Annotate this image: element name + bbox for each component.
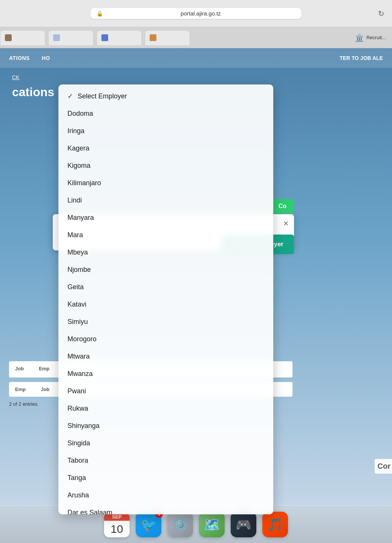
- dropdown-item-label: Arusha: [67, 491, 89, 499]
- dropdown-item-select-employer[interactable]: ✓ Select Employer: [58, 87, 273, 105]
- tab-4-favicon: [150, 34, 156, 41]
- gear-icon: ⚙️: [172, 517, 188, 532]
- recruiter-icon: 🏛️: [355, 33, 364, 42]
- dropdown-item-manyara[interactable]: Manyara: [58, 209, 273, 226]
- dropdown-item-kilimanjaro[interactable]: Kilimanjaro: [58, 174, 273, 192]
- address-bar[interactable]: 🔒 portal.ajira.go.tz: [90, 8, 302, 19]
- back-section: CK: [0, 68, 392, 82]
- tab-bar-right: 🏛️ Recruit...: [355, 33, 392, 42]
- nav-item-applications[interactable]: ATIONS: [9, 55, 30, 61]
- dropdown-item-kigoma[interactable]: Kigoma: [58, 157, 273, 174]
- dropdown-item-label: Lindi: [67, 196, 82, 204]
- dropdown-item-label: Mwanza: [67, 370, 93, 378]
- dropdown-item-label: Manyara: [67, 214, 94, 222]
- job-label-3: Job: [41, 387, 49, 392]
- dropdown-item-label: Mbeya: [67, 248, 88, 256]
- dropdown-item-label: Mtwara: [67, 353, 90, 360]
- tab-1-favicon: [5, 34, 12, 41]
- emp-label-1: Emp: [39, 366, 49, 371]
- dropdown-item-shinyanga[interactable]: Shinyanga: [58, 417, 273, 434]
- map-icon: 🗺️: [204, 517, 220, 532]
- twitter-bird-icon: 🐦: [141, 517, 156, 532]
- dropdown-item-rukwa[interactable]: Rukwa: [58, 400, 273, 417]
- dropdown-item-label: Pwani: [67, 387, 86, 395]
- employer-dropdown[interactable]: ✓ Select Employer Dodoma Iringa Kagera K…: [58, 84, 273, 514]
- calendar-day: 10: [110, 522, 123, 536]
- dropdown-item-mbeya[interactable]: Mbeya: [58, 244, 273, 261]
- tab-3-favicon: [101, 34, 108, 41]
- dropdown-item-label: Kigoma: [67, 162, 90, 170]
- browser-bar: 🔒 portal.ajira.go.tz ↻: [0, 0, 392, 27]
- modal-close-button[interactable]: ✕: [283, 219, 289, 228]
- dropdown-item-label: Rukwa: [67, 405, 88, 413]
- recruiter-label: Recruit...: [366, 35, 386, 40]
- music-icon: 🎵: [267, 517, 283, 532]
- dock-game-icon[interactable]: 🎮: [231, 512, 256, 537]
- dropdown-item-label: Tabora: [67, 457, 88, 465]
- emp-label-2: Emp: [15, 387, 26, 392]
- tab-2[interactable]: [48, 30, 93, 45]
- dropdown-item-lindi[interactable]: Lindi: [58, 192, 273, 209]
- dropdown-item-mwanza[interactable]: Mwanza: [58, 365, 273, 382]
- dock-twitter-icon[interactable]: 🐦 1: [136, 512, 161, 537]
- dropdown-item-dar-es-salaam[interactable]: Dar es Salaam: [58, 504, 273, 514]
- dropdown-item-label: Select Employer: [78, 92, 127, 100]
- dropdown-item-label: Dodoma: [67, 110, 93, 118]
- dropdown-item-label: Simiyu: [67, 318, 88, 326]
- dropdown-item-kagera[interactable]: Kagera: [58, 140, 273, 157]
- dropdown-item-geita[interactable]: Geita: [58, 278, 273, 296]
- tab-3[interactable]: [96, 30, 142, 45]
- dropdown-item-tabora[interactable]: Tabora: [58, 452, 273, 469]
- dropdown-item-iringa[interactable]: Iringa: [58, 122, 273, 140]
- tab-1[interactable]: [0, 30, 45, 45]
- dropdown-item-label: Dar es Salaam: [67, 509, 112, 515]
- url-display: portal.ajira.go.tz: [106, 10, 296, 17]
- dropdown-item-mtwara[interactable]: Mtwara: [58, 348, 273, 365]
- lock-icon: 🔒: [96, 11, 103, 17]
- dropdown-item-label: Kagera: [67, 144, 89, 152]
- tab-2-favicon: [53, 34, 60, 41]
- dock-music-icon[interactable]: 🎵: [262, 512, 288, 537]
- nav-item-home[interactable]: HO: [42, 55, 50, 61]
- dropdown-item-tanga[interactable]: Tanga: [58, 469, 273, 486]
- job-label-1: Job: [15, 366, 24, 371]
- dropdown-item-katavi[interactable]: Katavi: [58, 296, 273, 313]
- page-background: ATIONS HO TER TO JOB ALE CK cations Job …: [0, 48, 392, 516]
- geography-confirm-button[interactable]: Co: [271, 199, 294, 213]
- tab-bar: 🏛️ Recruit...: [0, 27, 392, 48]
- reload-button[interactable]: ↻: [378, 9, 384, 18]
- dropdown-item-label: Geita: [67, 283, 84, 291]
- dropdown-item-label: Iringa: [67, 127, 84, 135]
- dropdown-item-singida[interactable]: Singida: [58, 434, 273, 452]
- dock-settings-icon[interactable]: ⚙️: [167, 512, 193, 537]
- dropdown-item-label: Tanga: [67, 474, 86, 482]
- dropdown-item-label: Shinyanga: [67, 422, 100, 430]
- dropdown-item-simiyu[interactable]: Simiyu: [58, 313, 273, 330]
- dropdown-item-dodoma[interactable]: Dodoma: [58, 105, 273, 122]
- dropdown-item-label: Singida: [67, 439, 90, 447]
- dropdown-item-label: Kilimanjaro: [67, 179, 101, 187]
- dropdown-item-morogoro[interactable]: Morogoro: [58, 330, 273, 348]
- nav-item-job-alert[interactable]: TER TO JOB ALE: [340, 55, 383, 61]
- check-icon: ✓: [67, 92, 73, 100]
- dropdown-item-label: Mara: [67, 231, 83, 239]
- dropdown-item-arusha[interactable]: Arusha: [58, 486, 273, 504]
- nav-bar: ATIONS HO TER TO JOB ALE: [0, 48, 392, 68]
- dock-calendar-icon[interactable]: SEP 10: [104, 512, 130, 537]
- corner-text: Cor: [375, 459, 392, 474]
- dropdown-item-njombe[interactable]: Njombe: [58, 261, 273, 278]
- tab-4[interactable]: [145, 30, 190, 45]
- dropdown-item-label: Katavi: [67, 301, 86, 308]
- controller-icon: 🎮: [236, 517, 251, 532]
- dock-maps-icon[interactable]: 🗺️: [199, 512, 225, 537]
- recruiter-badge: 🏛️ Recruit...: [355, 33, 386, 42]
- dropdown-item-label: Njombe: [67, 266, 91, 274]
- dropdown-item-pwani[interactable]: Pwani: [58, 382, 273, 400]
- back-link[interactable]: CK: [12, 74, 19, 80]
- dropdown-item-mara[interactable]: Mara: [58, 226, 273, 244]
- dropdown-item-label: Morogoro: [67, 335, 96, 343]
